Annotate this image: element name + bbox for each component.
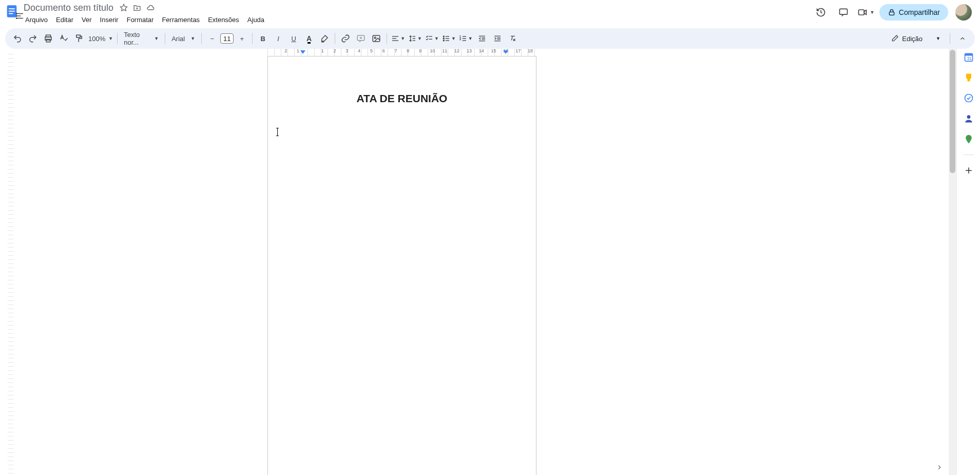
document-heading[interactable]: ATA DE REUNIÃO [299,92,505,105]
zoom-select[interactable]: 100%▼ [87,31,114,46]
checklist-button[interactable]: ▼ [424,31,440,46]
svg-rect-57 [965,53,972,55]
lock-icon [888,8,896,16]
meet-icon[interactable]: ▼ [857,3,875,22]
underline-button[interactable]: U [286,31,301,46]
svg-marker-4 [120,4,127,11]
svg-marker-7 [864,10,867,14]
insert-comment-button[interactable] [354,31,368,46]
comments-icon[interactable] [834,3,853,22]
avatar[interactable] [955,4,972,21]
svg-point-61 [967,137,969,139]
pencil-icon [891,34,899,43]
redo-button[interactable] [26,31,40,46]
svg-point-51 [16,13,17,14]
toolbar: 100%▼ Texto nor...▼ Arial▼ − 11 + B I U … [5,28,975,49]
svg-rect-6 [859,10,864,15]
align-button[interactable]: ▼ [390,31,406,46]
share-label: Compartilhar [899,8,940,16]
paragraph-style-select[interactable]: Texto nor...▼ [121,31,162,46]
editing-mode-button[interactable]: Edição ▼ [887,32,945,45]
vertical-ruler[interactable] [0,49,15,475]
print-button[interactable] [41,31,55,46]
share-button[interactable]: Compartilhar [879,4,948,21]
menu-formatar[interactable]: Formatar [123,14,158,25]
add-addon-icon[interactable] [964,165,974,176]
font-size-input[interactable]: 11 [220,33,234,44]
font-select[interactable]: Arial▼ [168,31,198,46]
svg-rect-5 [839,9,847,14]
outline-toggle-button[interactable] [12,8,28,24]
calendar-icon[interactable]: 31 [964,52,974,62]
workspace: 21123456789101112131415161718 ATA DE REU… [0,49,980,475]
keep-icon[interactable] [964,72,974,83]
horizontal-ruler[interactable]: 21123456789101112131415161718 [15,49,949,56]
side-panel: 31 [956,49,980,475]
svg-point-60 [967,115,970,119]
menu-ferramentas[interactable]: Ferramentas [158,14,203,25]
cloud-status-icon[interactable] [146,4,155,12]
editing-label: Edição [902,35,923,43]
svg-point-53 [16,18,17,19]
svg-point-28 [443,38,444,39]
numbered-list-button[interactable]: 12▼ [458,31,474,46]
italic-button[interactable]: I [271,31,285,46]
svg-rect-8 [889,12,894,15]
left-indent-marker[interactable] [300,50,305,55]
document-canvas[interactable]: 21123456789101112131415161718 ATA DE REU… [15,49,949,475]
page[interactable]: ATA DE REUNIÃO [267,56,536,475]
bold-button[interactable]: B [256,31,270,46]
menu-extensoes[interactable]: Extensões [204,14,243,25]
menu-editar[interactable]: Editar [52,14,77,25]
font-size-increase[interactable]: + [235,31,249,46]
ruler-numbers: 21123456789101112131415161718 [267,49,536,53]
clear-formatting-button[interactable] [506,31,520,46]
menu-inserir[interactable]: Inserir [97,14,122,25]
tasks-icon[interactable] [964,93,974,103]
text-cursor-icon [277,128,278,136]
maps-icon[interactable] [964,134,974,144]
document-title[interactable]: Documento sem título [22,3,116,13]
app-header: Documento sem título Arquivo Editar Ver … [0,0,980,25]
collapse-toolbar-button[interactable] [955,31,970,46]
undo-button[interactable] [10,31,25,46]
paint-format-button[interactable] [72,31,86,46]
style-value: Texto nor... [124,31,153,46]
spellcheck-button[interactable] [56,31,71,46]
star-icon[interactable] [120,4,128,12]
svg-text:2: 2 [459,38,461,41]
svg-point-52 [16,15,17,16]
contacts-icon[interactable] [964,113,974,124]
svg-marker-54 [300,50,305,54]
svg-rect-12 [76,35,81,37]
svg-marker-55 [503,50,508,54]
menu-bar: Arquivo Editar Ver Inserir Formatar Ferr… [22,14,268,25]
font-value: Arial [171,35,185,43]
history-icon[interactable] [812,3,830,22]
right-indent-marker[interactable] [503,50,508,55]
svg-point-17 [374,37,376,39]
side-panel-collapse-icon[interactable] [936,464,944,472]
menu-ajuda[interactable]: Ajuda [244,14,268,25]
text-color-button[interactable]: A [302,31,316,46]
font-size-decrease[interactable]: − [205,31,219,46]
svg-point-27 [443,36,444,37]
insert-link-button[interactable] [338,31,353,46]
highlight-button[interactable] [317,31,332,46]
svg-point-59 [965,94,972,102]
insert-image-button[interactable] [369,31,383,46]
svg-text:31: 31 [967,56,972,61]
line-spacing-button[interactable]: ▼ [407,31,423,46]
bullet-list-button[interactable]: ▼ [441,31,457,46]
indent-decrease-button[interactable] [475,31,489,46]
vertical-scrollbar[interactable] [949,49,956,475]
indent-increase-button[interactable] [490,31,505,46]
menu-ver[interactable]: Ver [78,14,95,25]
svg-rect-1 [9,8,15,9]
zoom-value: 100% [88,35,105,43]
svg-point-29 [443,40,444,41]
move-icon[interactable] [133,4,141,12]
